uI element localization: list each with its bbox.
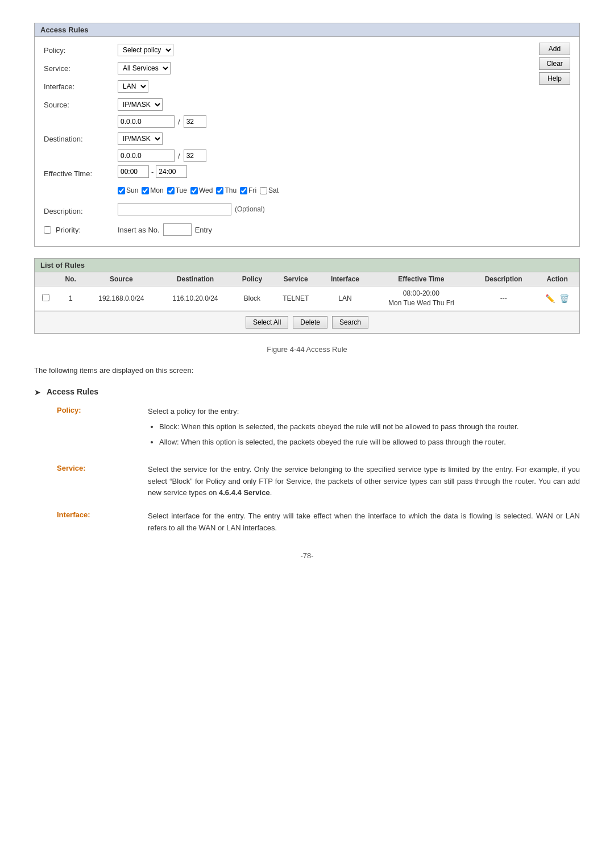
def-policy: Policy: Select a policy for the entry: B… (34, 406, 580, 452)
priority-insert-text: Insert as No. (118, 226, 160, 234)
source-ip-row: / (44, 115, 533, 128)
day-wed[interactable]: Wed (190, 186, 213, 194)
optional-text: (Optional) (235, 205, 265, 213)
def-desc-interface: Select interface for the entry. The entr… (148, 510, 580, 534)
def-term-interface: Interface: (34, 510, 148, 534)
def-term-service: Service: (34, 464, 148, 499)
row-source: 192.168.0.0/24 (84, 286, 158, 311)
delete-button[interactable]: Delete (293, 316, 327, 329)
intro-text: The following items are displayed on thi… (34, 365, 580, 376)
row-action: ✏️ 🗑️ (535, 286, 579, 311)
day-sat[interactable]: Sat (260, 186, 279, 194)
priority-entry-text: Entry (195, 226, 212, 234)
day-tue[interactable]: Tue (167, 186, 187, 194)
col-destination: Destination (158, 272, 232, 286)
col-eff-time: Effective Time (371, 272, 472, 286)
panel-header: Access Rules (35, 23, 579, 37)
policy-bullet-list: Block: When this option is selected, the… (148, 421, 580, 448)
page-number: -78- (34, 551, 580, 560)
def-desc-policy: Select a policy for the entry: Block: Wh… (148, 406, 580, 452)
destination-type-select[interactable]: IP/MASK (118, 132, 163, 145)
source-ip-input[interactable] (118, 115, 175, 128)
list-item: Allow: When this option is selected, the… (159, 437, 580, 448)
row-checkbox-cell (35, 286, 57, 311)
row-no: 1 (57, 286, 84, 311)
col-action: Action (535, 272, 579, 286)
row-policy: Block (233, 286, 272, 311)
add-button[interactable]: Add (539, 43, 570, 55)
def-term-policy: Policy: (34, 406, 148, 452)
search-button[interactable]: Search (332, 316, 368, 329)
eff-time-start-input[interactable] (118, 165, 149, 178)
policy-row: Policy: Select policy (44, 43, 533, 57)
action-buttons: Add Clear Help (533, 43, 570, 240)
col-checkbox (35, 272, 57, 286)
panel-title: Access Rules (40, 26, 89, 34)
destination-row: Destination: IP/MASK (44, 131, 533, 146)
rules-table: No. Source Destination Policy Service In… (35, 272, 579, 311)
col-policy: Policy (233, 272, 272, 286)
delete-icon[interactable]: 🗑️ (559, 294, 569, 303)
service-link-bold: 4.6.4.4 Service (219, 488, 270, 497)
edit-icon[interactable]: ✏️ (545, 294, 555, 303)
list-rules-header: List of Rules (35, 259, 579, 272)
priority-no-input[interactable] (163, 223, 192, 236)
row-service: TELNET (272, 286, 320, 311)
eff-time-row: Effective Time: - (44, 165, 533, 181)
table-actions: Select All Delete Search (35, 311, 579, 333)
def-interface: Interface: Select interface for the entr… (34, 510, 580, 534)
source-mask-sep: / (178, 118, 180, 126)
col-description: Description (472, 272, 535, 286)
row-interface: LAN (320, 286, 370, 311)
clear-button[interactable]: Clear (539, 57, 570, 70)
list-rules-title: List of Rules (40, 261, 85, 269)
priority-label: Priority: (56, 226, 81, 234)
day-sun[interactable]: Sun (118, 186, 138, 194)
row-checkbox[interactable] (42, 294, 49, 301)
interface-select[interactable]: LAN (118, 80, 148, 93)
row-eff-time: 08:00-20:00 Mon Tue Wed Thu Fri (371, 286, 472, 311)
description-label: Description: (44, 207, 118, 215)
section-header: ➤ Access Rules (34, 387, 580, 397)
service-row: Service: All Services (44, 61, 533, 76)
source-mask-input[interactable] (184, 115, 206, 128)
figure-caption: Figure 4-44 Access Rule (34, 345, 580, 354)
interface-row: Interface: LAN (44, 79, 533, 94)
day-thu[interactable]: Thu (216, 186, 237, 194)
col-no: No. (57, 272, 84, 286)
list-rules-panel: List of Rules No. Source Destination Pol… (34, 258, 580, 334)
priority-checkbox[interactable] (44, 226, 51, 234)
arrow-symbol: ➤ (34, 388, 41, 397)
section-title: Access Rules (47, 387, 98, 396)
dest-ip-row: / (44, 149, 533, 162)
description-row: Description: (Optional) (44, 203, 533, 219)
source-type-select[interactable]: IP/MASK (118, 98, 163, 111)
table-row: 1 192.168.0.0/24 116.10.20.0/24 Block TE… (35, 286, 579, 311)
table-header-row: No. Source Destination Policy Service In… (35, 272, 579, 286)
def-desc-service: Select the service for the entry. Only t… (148, 464, 580, 499)
source-row: Source: IP/MASK (44, 97, 533, 112)
interface-label: Interface: (44, 82, 118, 91)
dest-ip-input[interactable] (118, 149, 175, 162)
service-label: Service: (44, 64, 118, 73)
day-mon[interactable]: Mon (142, 186, 163, 194)
row-destination: 116.10.20.0/24 (158, 286, 232, 311)
description-input[interactable] (118, 203, 231, 215)
def-service: Service: Select the service for the entr… (34, 464, 580, 499)
select-all-button[interactable]: Select All (246, 316, 288, 329)
policy-label: Policy: (44, 46, 118, 55)
service-select[interactable]: All Services (118, 62, 171, 74)
days-row: Sun Mon Tue Wed Thu Fri Sat (44, 185, 533, 200)
dest-mask-input[interactable] (184, 149, 206, 162)
access-rules-panel: Access Rules Policy: Select policy Servi… (34, 23, 580, 247)
policy-select[interactable]: Select policy (118, 44, 173, 56)
day-fri[interactable]: Fri (240, 186, 256, 194)
col-interface: Interface (320, 272, 370, 286)
help-button[interactable]: Help (539, 72, 570, 85)
eff-time-sep: - (151, 168, 154, 176)
destination-label: Destination: (44, 135, 118, 143)
eff-time-end-input[interactable] (156, 165, 187, 178)
eff-time-label: Effective Time: (44, 169, 118, 178)
source-label: Source: (44, 101, 118, 109)
dest-mask-sep: / (178, 152, 180, 160)
